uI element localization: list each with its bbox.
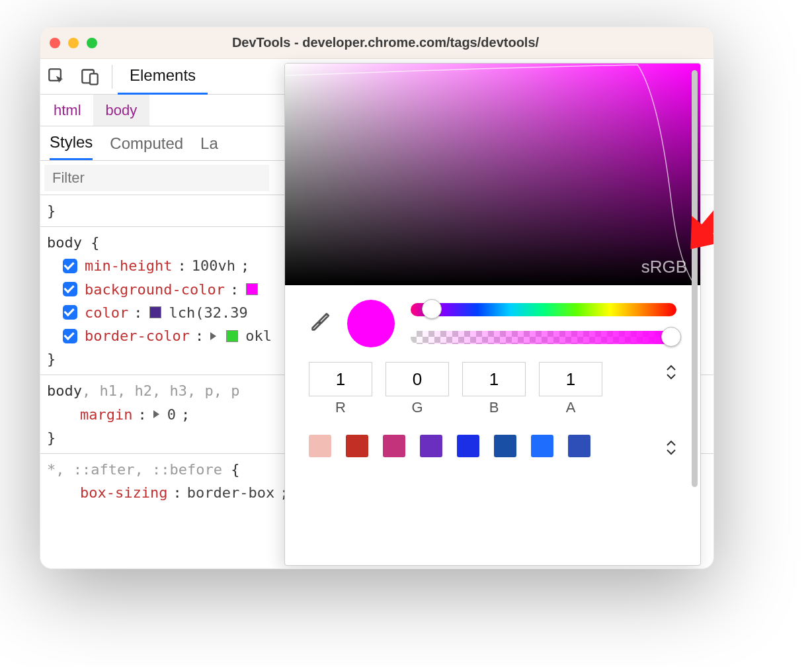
window-controls — [50, 38, 97, 48]
hue-slider[interactable] — [411, 303, 676, 316]
val-border-color[interactable]: okl — [245, 324, 272, 347]
color-value-inputs: R G B A — [285, 353, 700, 416]
palette-swatch[interactable] — [568, 435, 590, 457]
selector-body: body — [47, 234, 82, 251]
toggle-background-color[interactable] — [63, 282, 77, 296]
label-r: R — [335, 399, 346, 416]
device-toggle-icon[interactable] — [73, 59, 106, 95]
styles-filter-input[interactable] — [44, 165, 269, 191]
breadcrumb-html[interactable]: html — [42, 95, 94, 126]
inspect-element-icon[interactable] — [40, 59, 73, 95]
svg-rect-2 — [90, 73, 98, 84]
chevron-up-icon — [666, 440, 676, 447]
subtab-layout[interactable]: La — [200, 126, 218, 160]
minimize-window-button[interactable] — [68, 38, 79, 48]
gamut-boundary — [285, 64, 700, 285]
format-stepper[interactable] — [666, 362, 676, 380]
val-box-sizing[interactable]: border-box — [187, 481, 274, 504]
swatch-border-color[interactable] — [226, 330, 238, 342]
subtab-styles[interactable]: Styles — [50, 126, 93, 160]
window-title: DevTools - developer.chrome.com/tags/dev… — [113, 35, 704, 50]
palette-swatch[interactable] — [494, 435, 516, 457]
alpha-thumb[interactable] — [661, 327, 681, 347]
hue-thumb[interactable] — [422, 299, 442, 319]
swatch-background-color[interactable] — [246, 283, 258, 295]
brace-open: { — [91, 234, 99, 251]
val-color[interactable]: lch(32.39 — [169, 301, 247, 324]
expand-icon[interactable] — [210, 332, 216, 340]
toggle-border-color[interactable] — [63, 329, 77, 343]
chevron-down-icon — [666, 449, 676, 455]
selector-rest: , h1, h2, h3, p, p — [82, 382, 239, 399]
expand-icon[interactable] — [153, 410, 159, 418]
alpha-slider[interactable] — [411, 331, 676, 344]
subtab-computed[interactable]: Computed — [110, 126, 183, 160]
input-g[interactable] — [386, 362, 449, 396]
color-spectrum[interactable]: sRGB — [285, 64, 700, 285]
input-r[interactable] — [309, 362, 372, 396]
val-margin[interactable]: 0 — [167, 403, 176, 426]
toggle-color[interactable] — [63, 305, 77, 320]
toggle-min-height[interactable] — [63, 259, 77, 273]
palette-swatch[interactable] — [346, 435, 368, 457]
chevron-down-icon — [666, 373, 676, 380]
devtools-window: DevTools - developer.chrome.com/tags/dev… — [40, 26, 714, 569]
palette-swatch[interactable] — [531, 435, 553, 457]
prop-box-sizing[interactable]: box-sizing — [80, 481, 167, 504]
prop-min-height[interactable]: min-height — [85, 254, 172, 277]
palette-swatches — [285, 416, 700, 457]
picker-scrollbar[interactable] — [692, 70, 698, 487]
input-a[interactable] — [539, 362, 602, 396]
tab-elements[interactable]: Elements — [118, 59, 208, 95]
breadcrumb-body[interactable]: body — [94, 95, 150, 126]
toolbar-divider — [112, 65, 112, 89]
maximize-window-button[interactable] — [87, 38, 97, 48]
prop-color[interactable]: color — [85, 301, 128, 324]
label-b: B — [489, 399, 499, 416]
swatch-color[interactable] — [149, 306, 161, 318]
brace: } — [47, 202, 56, 219]
input-b[interactable] — [462, 362, 526, 396]
close-window-button[interactable] — [50, 38, 60, 48]
selector-universal: *, ::after, ::before — [47, 461, 222, 478]
eyedropper-icon[interactable] — [309, 311, 331, 336]
palette-swatch[interactable] — [383, 435, 405, 457]
palette-swatch[interactable] — [420, 435, 442, 457]
prop-background-color[interactable]: background-color — [85, 278, 225, 301]
palette-swatch[interactable] — [309, 435, 331, 457]
prop-border-color[interactable]: border-color — [85, 324, 190, 347]
prop-margin[interactable]: margin — [80, 403, 132, 426]
annotation-arrow-icon — [674, 189, 714, 265]
selector-body: body — [47, 382, 82, 399]
chevron-up-icon — [666, 365, 676, 371]
label-g: G — [411, 399, 423, 416]
color-picker-popover: sRGB R G — [284, 63, 701, 566]
label-a: A — [566, 399, 576, 416]
palette-swatch[interactable] — [457, 435, 479, 457]
palette-stepper[interactable] — [666, 437, 676, 455]
val-min-height[interactable]: 100vh — [192, 254, 235, 277]
current-color-swatch[interactable] — [347, 300, 395, 347]
window-titlebar: DevTools - developer.chrome.com/tags/dev… — [40, 27, 713, 59]
